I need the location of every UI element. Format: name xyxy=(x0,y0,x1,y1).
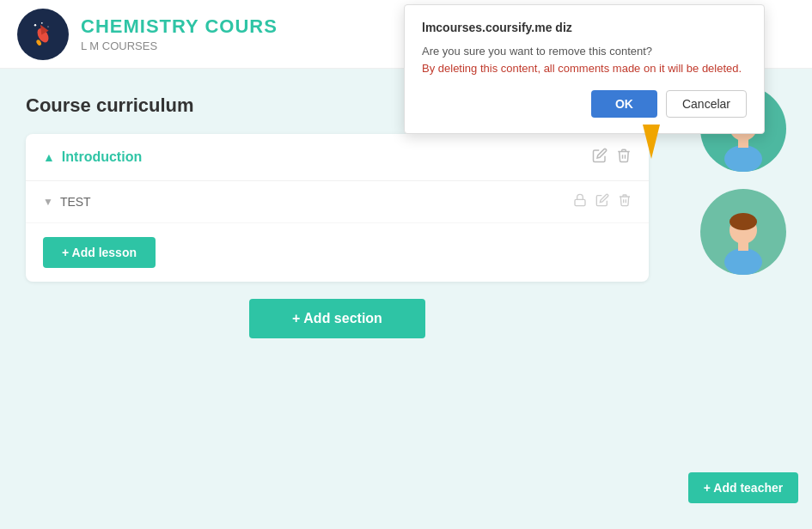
confirm-dialog: lmcourses.coursify.me diz Are you sure y… xyxy=(404,4,765,134)
cancel-button[interactable]: Cancelar xyxy=(666,90,747,118)
dialog-overlay: lmcourses.coursify.me diz Are you sure y… xyxy=(0,0,812,529)
dialog-buttons: OK Cancelar xyxy=(422,90,747,118)
dialog-site: lmcourses.coursify.me diz xyxy=(422,21,747,34)
dialog-line2: By deleting this content, all comments m… xyxy=(422,62,742,75)
dialog-message: Are you sure you want to remove this con… xyxy=(422,43,747,76)
dialog-line1: Are you sure you want to remove this con… xyxy=(422,45,652,58)
ok-button[interactable]: OK xyxy=(591,90,657,118)
